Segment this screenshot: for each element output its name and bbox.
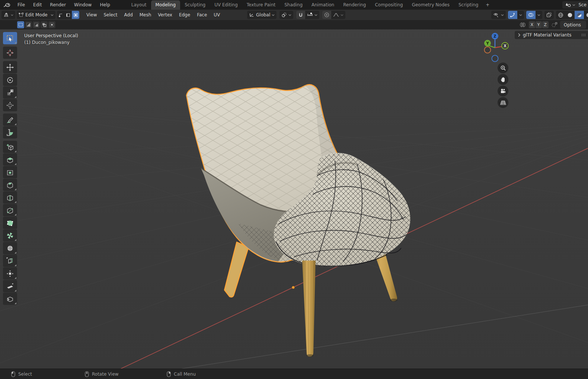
viewport-3d[interactable]: User Perspective (Local) (1) Ducon_pikow… xyxy=(0,20,588,369)
tab-rendering[interactable]: Rendering xyxy=(339,0,370,10)
show-overlays-toggle[interactable] xyxy=(526,11,536,19)
transform-orientation-dropdown[interactable]: Global xyxy=(247,11,277,19)
mirror-z-button[interactable]: Z xyxy=(542,21,549,28)
mirror-x-button[interactable]: X xyxy=(529,21,535,28)
tool-bevel[interactable] xyxy=(3,179,17,191)
select-intersect-button[interactable] xyxy=(48,21,55,28)
tool-cursor[interactable] xyxy=(3,47,17,59)
tab-sculpting[interactable]: Sculpting xyxy=(180,0,210,10)
xray-toggle[interactable] xyxy=(544,11,554,19)
face-select-button[interactable] xyxy=(72,11,79,19)
mirror-y-button[interactable]: Y xyxy=(536,21,542,28)
workspace-tabs: Layout Modeling Sculpting UV Editing Tex… xyxy=(127,0,493,10)
mouse-left-icon xyxy=(11,371,15,377)
tool-shear[interactable] xyxy=(3,280,17,292)
shading-wireframe-button[interactable] xyxy=(556,11,565,19)
xray-icon xyxy=(546,12,552,17)
menu-window[interactable]: Window xyxy=(70,1,96,8)
camera-view-button[interactable] xyxy=(498,86,508,96)
tab-shading[interactable]: Shading xyxy=(280,0,307,10)
tab-layout[interactable]: Layout xyxy=(127,0,151,10)
shading-material-button[interactable] xyxy=(575,11,584,19)
overlays-icon xyxy=(528,12,534,17)
chevron-down-icon xyxy=(341,14,343,16)
shading-rendered-button[interactable] xyxy=(584,11,588,19)
tool-edge-slide[interactable] xyxy=(3,255,17,267)
snap-toggle[interactable] xyxy=(296,11,305,19)
tool-annotate[interactable] xyxy=(3,114,17,126)
tool-transform[interactable] xyxy=(3,99,17,111)
gizmos-options-dropdown[interactable] xyxy=(517,11,524,19)
blender-logo[interactable] xyxy=(4,2,10,7)
mirror-butterfly-icon[interactable] xyxy=(519,22,526,28)
tab-uv-editing[interactable]: UV Editing xyxy=(210,0,242,10)
vertex-select-button[interactable] xyxy=(57,11,64,19)
proportional-falloff-dropdown[interactable] xyxy=(331,11,345,19)
scene-selector[interactable]: Sce xyxy=(562,1,588,9)
menu-uv[interactable]: UV xyxy=(210,11,223,19)
tab-modeling[interactable]: Modeling xyxy=(151,0,180,10)
menu-edit[interactable]: Edit xyxy=(29,1,46,8)
tool-loop-cut[interactable] xyxy=(3,191,17,204)
select-difference-button[interactable] xyxy=(41,21,48,28)
edge-select-button[interactable] xyxy=(64,11,72,19)
menu-face[interactable]: Face xyxy=(194,11,210,19)
menu-select[interactable]: Select xyxy=(100,11,121,19)
tool-move[interactable] xyxy=(3,61,17,73)
menu-mesh[interactable]: Mesh xyxy=(136,11,155,19)
tab-texture-paint[interactable]: Texture Paint xyxy=(242,0,280,10)
menu-render[interactable]: Render xyxy=(46,1,70,8)
show-gizmos-toggle[interactable] xyxy=(508,11,517,19)
navigation-gizmo[interactable]: Z Y X xyxy=(480,31,510,63)
tool-measure[interactable] xyxy=(3,126,17,138)
tool-rip-region[interactable] xyxy=(3,293,17,305)
menu-file[interactable]: File xyxy=(13,1,29,8)
pan-button[interactable] xyxy=(498,74,508,85)
tool-shrink-fatten[interactable] xyxy=(3,267,17,280)
select-extend-button[interactable] xyxy=(25,21,32,28)
tool-smooth[interactable] xyxy=(3,242,17,254)
orthographic-toggle-button[interactable] xyxy=(498,97,508,108)
menu-view[interactable]: View xyxy=(83,11,100,19)
tool-knife[interactable] xyxy=(3,204,17,216)
tool-inset-faces[interactable] xyxy=(3,166,17,178)
gizmo-neg-z-axis[interactable] xyxy=(492,55,498,62)
menu-edge[interactable]: Edge xyxy=(176,11,194,19)
select-mode-options xyxy=(17,21,55,28)
proportional-snap-icon[interactable] xyxy=(551,22,557,28)
tool-rotate[interactable] xyxy=(3,74,17,86)
options-button[interactable]: Options xyxy=(560,21,586,29)
tab-geometry-nodes[interactable]: Geometry Nodes xyxy=(408,0,454,10)
menu-help[interactable]: Help xyxy=(96,1,114,8)
overlays-options-dropdown[interactable] xyxy=(536,11,542,19)
pivot-point-dropdown[interactable] xyxy=(279,11,293,19)
proportional-toggle[interactable] xyxy=(322,11,331,19)
select-subtract-icon xyxy=(34,22,39,27)
zoom-button[interactable] xyxy=(498,63,508,73)
status-call-menu: Call Menu xyxy=(167,369,196,379)
tab-scripting[interactable]: Scripting xyxy=(454,0,483,10)
select-intersect-icon xyxy=(49,22,54,27)
visibility-dropdown[interactable] xyxy=(491,11,506,19)
drag-dots-icon[interactable] xyxy=(581,34,586,36)
tab-compositing[interactable]: Compositing xyxy=(370,0,407,10)
editor-type-button[interactable] xyxy=(1,11,15,19)
menu-vertex[interactable]: Vertex xyxy=(154,11,176,19)
tab-animation[interactable]: Animation xyxy=(307,0,339,10)
gizmo-neg-x-axis[interactable] xyxy=(485,47,491,53)
gltf-material-variants-panel[interactable]: glTF Material Variants xyxy=(515,31,588,39)
tool-spin[interactable] xyxy=(3,229,17,242)
select-subtract-button[interactable] xyxy=(33,21,40,28)
shading-mode-group xyxy=(556,11,588,19)
tool-select-box[interactable] xyxy=(3,32,17,44)
menu-add[interactable]: Add xyxy=(121,11,136,19)
snap-with-dropdown[interactable] xyxy=(305,11,319,19)
tool-scale[interactable] xyxy=(3,86,17,99)
tool-extrude-region[interactable] xyxy=(3,153,17,166)
tool-add-cube[interactable] xyxy=(3,141,17,153)
mode-dropdown[interactable]: Edit Mode xyxy=(17,11,55,19)
shading-solid-button[interactable] xyxy=(565,11,575,19)
add-workspace-button[interactable]: + xyxy=(483,0,492,10)
select-set-button[interactable] xyxy=(17,21,24,28)
tool-poly-build[interactable] xyxy=(3,217,17,229)
